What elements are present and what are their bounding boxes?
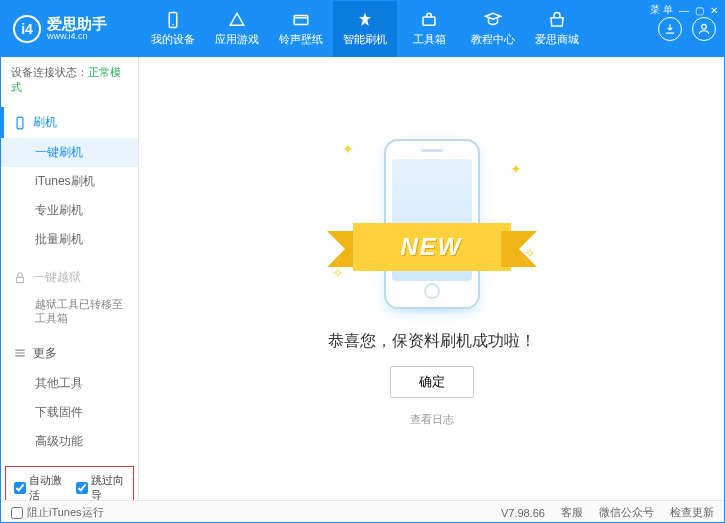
svg-rect-7 xyxy=(17,277,24,282)
sidebar-item-more-0[interactable]: 其他工具 xyxy=(1,369,138,398)
content-area: 设备连接状态：正常模式 刷机 一键刷机iTunes刷机专业刷机批量刷机 一键越狱… xyxy=(1,57,724,500)
success-illustration: NEW ✦ ✦ ✧ ✧ xyxy=(302,131,562,311)
user-button[interactable] xyxy=(692,17,716,41)
sidebar-section-label: 一键越狱 xyxy=(33,269,81,286)
sidebar-section-label: 刷机 xyxy=(33,114,57,131)
nav-ringtone[interactable]: 铃声壁纸 xyxy=(269,1,333,57)
nav-label: 工具箱 xyxy=(413,32,446,47)
nav-store[interactable]: 爱思商城 xyxy=(525,1,589,57)
app-logo: i4 爱思助手 www.i4.cn xyxy=(13,15,141,43)
auto-activate-checkbox[interactable]: 自动激活 xyxy=(14,473,64,500)
sidebar-section-flash[interactable]: 刷机 xyxy=(1,107,138,138)
lock-icon xyxy=(13,271,27,285)
svg-rect-3 xyxy=(423,17,435,25)
nav-label: 我的设备 xyxy=(151,32,195,47)
nav-apps[interactable]: 应用游戏 xyxy=(205,1,269,57)
sidebar-section-jailbreak[interactable]: 一键越狱 xyxy=(1,262,138,293)
svg-point-6 xyxy=(19,125,20,126)
device-icon xyxy=(164,11,182,29)
store-icon xyxy=(548,11,566,29)
nav-flash[interactable]: 智能刷机 xyxy=(333,1,397,57)
app-url: www.i4.cn xyxy=(47,32,107,42)
svg-point-4 xyxy=(702,24,707,29)
new-ribbon: NEW xyxy=(353,223,511,271)
customer-service-link[interactable]: 客服 xyxy=(561,505,583,520)
nav-tutorial[interactable]: 教程中心 xyxy=(461,1,525,57)
tools-icon xyxy=(420,11,438,29)
main-nav: 我的设备应用游戏铃声壁纸智能刷机工具箱教程中心爱思商城 xyxy=(141,1,658,57)
app-title: 爱思助手 xyxy=(47,16,107,33)
connection-status: 设备连接状态：正常模式 xyxy=(1,57,138,103)
download-button[interactable] xyxy=(658,17,682,41)
minimize-button[interactable]: — xyxy=(679,5,689,16)
window-controls: 菜 单 — ▢ ✕ xyxy=(650,3,718,17)
header-actions xyxy=(658,17,716,41)
ringtone-icon xyxy=(292,11,310,29)
skip-guide-checkbox[interactable]: 跳过向导 xyxy=(76,473,126,500)
menu-button[interactable]: 菜 单 xyxy=(650,3,673,17)
tutorial-icon xyxy=(484,11,502,29)
nav-label: 教程中心 xyxy=(471,32,515,47)
sidebar-section-label: 更多 xyxy=(33,345,57,362)
menu-icon xyxy=(13,346,27,360)
status-bar: 阻止iTunes运行 V7.98.66 客服 微信公众号 检查更新 xyxy=(1,500,724,523)
nav-label: 爱思商城 xyxy=(535,32,579,47)
sidebar-item-flash-0[interactable]: 一键刷机 xyxy=(1,138,138,167)
maximize-button[interactable]: ▢ xyxy=(695,5,704,16)
ok-button[interactable]: 确定 xyxy=(390,366,474,398)
sidebar-item-more-2[interactable]: 高级功能 xyxy=(1,427,138,456)
view-log-link[interactable]: 查看日志 xyxy=(410,412,454,427)
block-itunes-checkbox[interactable]: 阻止iTunes运行 xyxy=(11,505,104,520)
sidebar-section-more[interactable]: 更多 xyxy=(1,338,138,369)
jailbreak-note: 越狱工具已转移至工具箱 xyxy=(1,293,138,330)
sidebar-item-flash-2[interactable]: 专业刷机 xyxy=(1,196,138,225)
nav-label: 应用游戏 xyxy=(215,32,259,47)
apps-icon xyxy=(228,11,246,29)
main-panel: NEW ✦ ✦ ✧ ✧ 恭喜您，保资料刷机成功啦！ 确定 查看日志 xyxy=(139,57,724,500)
check-update-link[interactable]: 检查更新 xyxy=(670,505,714,520)
sidebar: 设备连接状态：正常模式 刷机 一键刷机iTunes刷机专业刷机批量刷机 一键越狱… xyxy=(1,57,139,500)
wechat-link[interactable]: 微信公众号 xyxy=(599,505,654,520)
svg-point-1 xyxy=(172,24,174,26)
flash-icon xyxy=(356,11,374,29)
svg-rect-2 xyxy=(294,16,308,25)
logo-icon: i4 xyxy=(13,15,41,43)
sidebar-item-flash-1[interactable]: iTunes刷机 xyxy=(1,167,138,196)
close-button[interactable]: ✕ xyxy=(710,5,718,16)
nav-label: 智能刷机 xyxy=(343,32,387,47)
sidebar-item-flash-3[interactable]: 批量刷机 xyxy=(1,225,138,254)
nav-label: 铃声壁纸 xyxy=(279,32,323,47)
sidebar-item-more-1[interactable]: 下载固件 xyxy=(1,398,138,427)
phone-icon xyxy=(13,116,27,130)
options-highlight-box: 自动激活 跳过向导 xyxy=(5,466,134,500)
success-message: 恭喜您，保资料刷机成功啦！ xyxy=(328,331,536,352)
version-label: V7.98.66 xyxy=(501,507,545,519)
app-header: 菜 单 — ▢ ✕ i4 爱思助手 www.i4.cn 我的设备应用游戏铃声壁纸… xyxy=(1,1,724,57)
nav-device[interactable]: 我的设备 xyxy=(141,1,205,57)
nav-tools[interactable]: 工具箱 xyxy=(397,1,461,57)
